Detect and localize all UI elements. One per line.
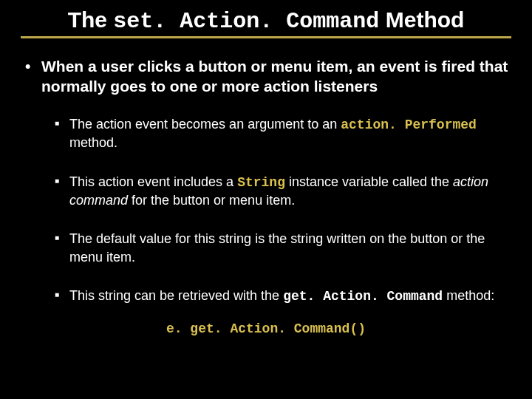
main-bullet-text: When a user clicks a button or menu item… bbox=[41, 58, 508, 95]
slide: The set. Action. Command Method When a u… bbox=[0, 0, 532, 399]
sub4-code: get. Action. Command bbox=[283, 289, 443, 304]
sub-bullet-1: The action event becomes an argument to … bbox=[55, 115, 511, 152]
sub3-text: The default value for this string is the… bbox=[69, 231, 485, 264]
title-underline: The set. Action. Command Method bbox=[21, 7, 511, 38]
title-prefix: The bbox=[68, 7, 114, 32]
sub2-suffix: for the button or menu item. bbox=[128, 193, 295, 208]
sub2-prefix: This action event includes a bbox=[69, 174, 237, 189]
sub1-suffix: method. bbox=[69, 135, 117, 150]
title-code: set. Action. Command bbox=[113, 9, 379, 34]
sub-bullet-2: This action event includes a String inst… bbox=[55, 173, 511, 210]
sub2-mid: instance variable called the bbox=[285, 174, 453, 189]
sub-bullet-3: The default value for this string is the… bbox=[55, 230, 511, 266]
slide-title: The set. Action. Command Method bbox=[21, 7, 511, 35]
code-example: e. get. Action. Command() bbox=[21, 321, 511, 336]
sub1-code: action. Performed bbox=[341, 117, 477, 132]
sub2-code: String bbox=[237, 175, 285, 190]
title-suffix: Method bbox=[379, 7, 464, 32]
sub-bullet-4: This string can be retrieved with the ge… bbox=[55, 287, 511, 305]
sub-bullet-list: The action event becomes an argument to … bbox=[41, 115, 511, 305]
sub1-prefix: The action event becomes an argument to … bbox=[69, 117, 341, 132]
sub4-prefix: This string can be retrieved with the bbox=[69, 288, 283, 303]
main-bullet: When a user clicks a button or menu item… bbox=[25, 56, 511, 306]
sub4-suffix: method: bbox=[443, 288, 494, 303]
bullet-list: When a user clicks a button or menu item… bbox=[21, 56, 511, 306]
